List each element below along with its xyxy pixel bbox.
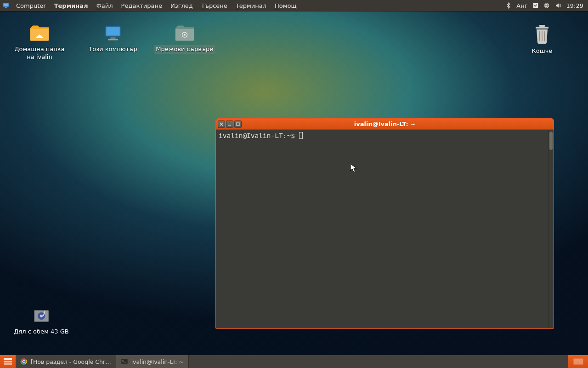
- desktop-icon-label: Този компютър: [87, 45, 138, 54]
- svg-rect-8: [111, 37, 116, 39]
- svg-rect-26: [237, 123, 239, 126]
- svg-point-21: [40, 315, 43, 317]
- trash-icon: [533, 24, 551, 44]
- desktop-icon-network[interactable]: Мрежови сървъри: [153, 24, 217, 54]
- svg-rect-2: [5, 7, 7, 8]
- network-folder-icon: [175, 24, 195, 42]
- svg-rect-28: [4, 361, 12, 362]
- terminal-cursor: [299, 132, 303, 139]
- computer-icon: [103, 24, 123, 42]
- terminal-icon: >_: [121, 358, 128, 365]
- svg-rect-7: [106, 27, 119, 35]
- svg-line-15: [539, 31, 540, 41]
- task-label: ivalin@Ivalin-LT: ~: [131, 358, 184, 365]
- svg-rect-35: [574, 359, 583, 364]
- window-close-button[interactable]: [218, 121, 225, 128]
- launcher-icon: [3, 357, 12, 366]
- updates-icon[interactable]: [532, 2, 539, 9]
- terminal-window[interactable]: ivalin@Ivalin-LT: ~ ivalin@Ivalin-LT:~$: [215, 118, 554, 329]
- bluetooth-icon[interactable]: [505, 2, 512, 9]
- menu-help[interactable]: Помощ: [271, 2, 301, 9]
- svg-text:>_: >_: [122, 359, 126, 363]
- svg-rect-14: [539, 25, 545, 27]
- window-titlebar[interactable]: ivalin@Ivalin-LT: ~: [216, 119, 554, 130]
- svg-rect-13: [536, 27, 548, 29]
- disk-icon: [33, 308, 50, 325]
- svg-rect-29: [4, 363, 12, 365]
- show-desktop-icon: [573, 358, 583, 365]
- svg-point-32: [23, 361, 25, 362]
- menu-computer[interactable]: Computer: [12, 2, 50, 9]
- taskbar-launcher[interactable]: [0, 355, 16, 368]
- keyboard-layout-indicator[interactable]: Анг: [516, 2, 527, 9]
- svg-rect-27: [4, 358, 12, 360]
- top-menubar: Computer Терминал Файл Редактиране Изгле…: [0, 0, 588, 11]
- window-maximize-button[interactable]: [234, 121, 242, 128]
- svg-point-12: [184, 34, 186, 36]
- computer-app-icon: [3, 2, 9, 9]
- desktop-icon-label: Домашна папка на ivalin: [13, 45, 66, 62]
- svg-rect-9: [108, 39, 118, 40]
- terminal-prompt: ivalin@Ivalin-LT:~$: [219, 132, 299, 139]
- network-icon[interactable]: [543, 2, 550, 9]
- terminal-scrollbar[interactable]: [548, 130, 554, 328]
- menu-file[interactable]: Файл: [92, 2, 117, 9]
- taskbar: [Нов раздел - Google Chr… >_ ivalin@Ival…: [0, 355, 588, 368]
- taskbar-task-terminal[interactable]: >_ ivalin@Ivalin-LT: ~: [116, 355, 189, 368]
- home-folder-icon: [29, 24, 50, 42]
- svg-line-17: [544, 31, 545, 41]
- desktop-icon-home[interactable]: Домашна папка на ivalin: [7, 24, 72, 62]
- desktop-icon-label: Кошче: [531, 47, 554, 56]
- desktop-icon-volume[interactable]: Дял с обем 43 GB: [9, 308, 74, 336]
- menu-terminal[interactable]: Терминал: [232, 2, 271, 9]
- scrollbar-thumb[interactable]: [549, 132, 553, 150]
- window-title: ivalin@Ivalin-LT: ~: [216, 121, 554, 127]
- taskbar-task-chrome[interactable]: [Нов раздел - Google Chr…: [16, 355, 116, 368]
- menu-view[interactable]: Изглед: [166, 2, 197, 9]
- menu-search[interactable]: Търсене: [197, 2, 232, 9]
- clock[interactable]: 19:29: [566, 2, 583, 9]
- chrome-icon: [20, 358, 28, 365]
- desktop-icon-label: Дял с обем 43 GB: [12, 328, 70, 336]
- window-minimize-button[interactable]: [226, 121, 233, 128]
- desktop-icon-label: Мрежови сървъри: [154, 45, 215, 54]
- menu-active-app[interactable]: Терминал: [50, 2, 92, 9]
- task-label: [Нов раздел - Google Chr…: [31, 358, 111, 365]
- menu-edit[interactable]: Редактиране: [117, 2, 166, 9]
- terminal-content[interactable]: ivalin@Ivalin-LT:~$: [216, 130, 548, 328]
- svg-rect-1: [4, 4, 9, 6]
- taskbar-show-desktop[interactable]: [568, 355, 588, 368]
- desktop-icon-computer[interactable]: Този компютър: [81, 24, 145, 54]
- volume-icon[interactable]: [554, 2, 562, 9]
- desktop-icon-trash[interactable]: Кошче: [510, 24, 574, 56]
